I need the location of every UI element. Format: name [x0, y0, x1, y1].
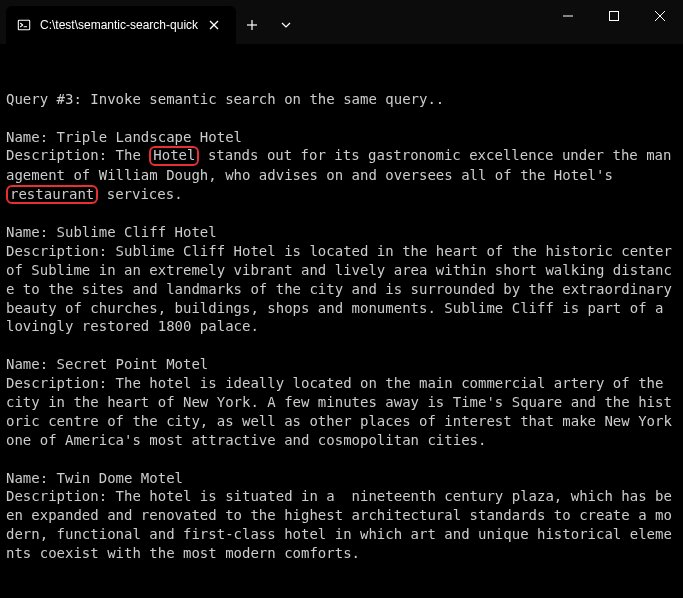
- tab-close-button[interactable]: [206, 17, 222, 33]
- terminal-output: Query #3: Invoke semantic search on the …: [0, 44, 683, 598]
- result-name-label: Name:: [6, 129, 57, 145]
- highlight-hotel: Hotel: [149, 146, 199, 165]
- query-header: Query #3: Invoke semantic search on the …: [6, 91, 444, 107]
- result-desc-text: The: [116, 147, 150, 163]
- tabs-area: C:\test\semantic-search-quick: [0, 0, 302, 44]
- svg-rect-0: [18, 20, 29, 30]
- result-name-label: Name:: [6, 224, 57, 240]
- close-window-button[interactable]: [637, 0, 683, 32]
- svg-rect-7: [610, 12, 619, 21]
- window-controls: [545, 0, 683, 44]
- result-desc-text: services.: [98, 186, 182, 202]
- result-name: Twin Dome Motel: [57, 470, 183, 486]
- terminal-icon: [16, 17, 32, 33]
- active-tab[interactable]: C:\test\semantic-search-quick: [6, 6, 236, 44]
- highlight-restaurant: restaurant: [6, 185, 98, 204]
- result-name: Triple Landscape Hotel: [57, 129, 242, 145]
- result-name: Sublime Cliff Hotel: [57, 224, 217, 240]
- minimize-button[interactable]: [545, 0, 591, 32]
- result-desc-label: Description:: [6, 147, 116, 163]
- titlebar: C:\test\semantic-search-quick: [0, 0, 683, 44]
- tab-title: C:\test\semantic-search-quick: [40, 18, 198, 32]
- tab-actions: [236, 6, 302, 44]
- result-desc-label: Description:: [6, 375, 116, 391]
- result-name-label: Name:: [6, 356, 57, 372]
- result-name: Secret Point Motel: [57, 356, 209, 372]
- tab-dropdown-button[interactable]: [270, 9, 302, 41]
- result-name-label: Name:: [6, 470, 57, 486]
- result-desc-label: Description:: [6, 243, 116, 259]
- maximize-button[interactable]: [591, 0, 637, 32]
- new-tab-button[interactable]: [236, 9, 268, 41]
- result-desc-label: Description:: [6, 488, 116, 504]
